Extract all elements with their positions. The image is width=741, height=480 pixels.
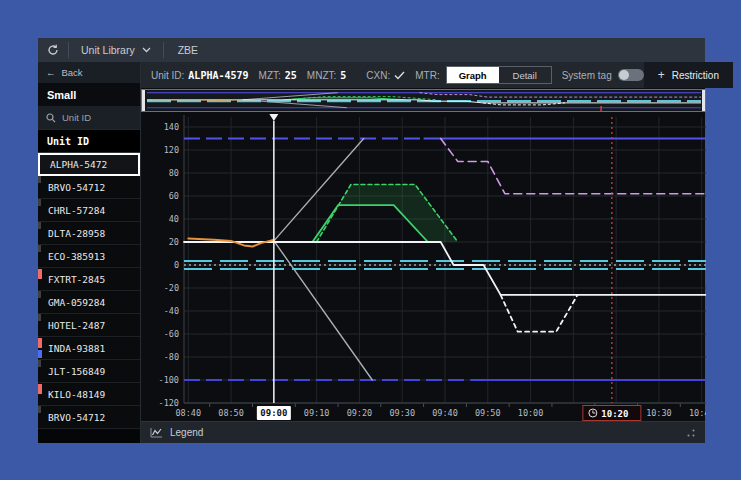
- unit-id-caption: Unit ID:: [151, 70, 184, 81]
- mzt-caption: MZT:: [259, 70, 281, 81]
- time-cursor[interactable]: 09:00: [257, 114, 291, 420]
- mtr-field: MTR:: [415, 70, 439, 81]
- mzt-value: 25: [285, 70, 297, 81]
- row-notch: [38, 291, 41, 298]
- unit-list-item[interactable]: ECO-385913: [38, 245, 140, 268]
- unit-list-item[interactable]: CHRL-57284: [38, 199, 140, 222]
- top-toolbar: Unit Library ZBE: [38, 38, 705, 62]
- search-placeholder: Unit ID: [62, 112, 91, 123]
- unit-search-input[interactable]: Unit ID: [38, 106, 140, 130]
- legend-label[interactable]: Legend: [170, 427, 203, 438]
- svg-text:09:00: 09:00: [260, 408, 287, 418]
- unit-list: ALPHA-5472BRVO-54712CHRL-57284DLTA-28958…: [38, 153, 140, 443]
- svg-text:-20: -20: [164, 283, 179, 293]
- svg-text:80: 80: [169, 168, 179, 178]
- unit-list-item[interactable]: GMA-059284: [38, 291, 140, 314]
- refresh-icon: [47, 44, 59, 56]
- back-arrow-icon: ←: [46, 67, 56, 78]
- svg-text:09:30: 09:30: [389, 408, 415, 418]
- unit-list-item[interactable]: FXTRT-2845: [38, 268, 140, 291]
- cxn-caption: CXN:: [366, 70, 390, 81]
- row-notch: [38, 314, 41, 321]
- sidebar-group-title: Small: [38, 83, 140, 106]
- resize-grip-icon[interactable]: [685, 427, 696, 438]
- cursor-handle-icon: [269, 114, 278, 121]
- svg-text:10:40: 10:40: [689, 408, 706, 418]
- system-tag-caption: System tag: [562, 70, 612, 81]
- search-icon: [46, 113, 56, 123]
- unit-id-label: GMA-059284: [48, 297, 105, 308]
- row-notch: [38, 406, 41, 413]
- unit-id-value: ALPHA-4579: [188, 70, 248, 81]
- unit-id-label: JLT-156849: [48, 366, 105, 377]
- app-window: Unit Library ZBE ← Back Small Unit ID Un…: [38, 38, 705, 443]
- unit-id-label: BRVO-54712: [48, 412, 105, 423]
- chart-canvas[interactable]: 140120806040200-20-40-60-80-100-12009:00…: [141, 113, 706, 423]
- series-plan-dip: [501, 295, 578, 332]
- minimap-canvas[interactable]: [141, 89, 706, 112]
- unit-list-item[interactable]: ALPHA-5472: [38, 153, 140, 176]
- minimap-handle-right[interactable]: [702, 90, 705, 111]
- svg-text:-120: -120: [159, 398, 179, 408]
- unit-id-label: FXTRT-2845: [48, 274, 105, 285]
- row-notch: [38, 199, 41, 206]
- cxn-field: CXN:: [366, 70, 405, 81]
- chart-minimap[interactable]: [141, 88, 705, 113]
- svg-text:-40: -40: [164, 306, 179, 316]
- mnzt-caption: MNZT:: [307, 70, 336, 81]
- view-mode-segmented-control: Graph Detail: [446, 66, 552, 84]
- tab-graph[interactable]: Graph: [447, 67, 499, 83]
- tab-detail[interactable]: Detail: [499, 67, 551, 83]
- alert-time-badge[interactable]: 10:20: [583, 406, 641, 421]
- svg-text:09:20: 09:20: [347, 408, 373, 418]
- svg-text:10:20: 10:20: [601, 409, 628, 419]
- unit-library-dropdown[interactable]: Unit Library: [69, 38, 163, 62]
- unit-id-label: ECO-385913: [48, 251, 105, 262]
- toggle-knob: [619, 70, 629, 80]
- back-label: Back: [62, 67, 83, 78]
- unit-id-label: KILO-48149: [48, 389, 105, 400]
- main-chart[interactable]: 140120806040200-20-40-60-80-100-12009:00…: [141, 113, 705, 421]
- svg-text:10:30: 10:30: [646, 408, 672, 418]
- svg-text:-60: -60: [164, 329, 179, 339]
- svg-text:-80: -80: [164, 352, 179, 362]
- unit-id-label: BRVO-54712: [48, 182, 105, 193]
- unit-list-item[interactable]: INDA-93881: [38, 337, 140, 360]
- red-status-marker: [38, 338, 42, 348]
- unit-id-label: DLTA-28958: [48, 228, 105, 239]
- plus-icon: +: [658, 68, 665, 82]
- unit-list-item[interactable]: HOTEL-2487: [38, 314, 140, 337]
- unit-list-item[interactable]: BRVO-54712: [38, 176, 140, 199]
- row-notch: [38, 222, 41, 229]
- svg-text:-100: -100: [159, 375, 179, 385]
- svg-text:140: 140: [164, 122, 179, 132]
- unit-list-item[interactable]: KILO-48149: [38, 383, 140, 406]
- unit-list-item[interactable]: BRVO-54712: [38, 406, 140, 429]
- main-panel: Unit ID: ALPHA-4579 MZT: 25 MNZT: 5 CXN:: [140, 62, 705, 443]
- unit-list-item[interactable]: DLTA-28958: [38, 222, 140, 245]
- mnzt-field: MNZT: 5: [307, 70, 346, 81]
- tab-zbe[interactable]: ZBE: [164, 38, 212, 62]
- svg-text:08:40: 08:40: [175, 408, 201, 418]
- unit-id-field: Unit ID: ALPHA-4579: [151, 70, 249, 81]
- mnzt-value: 5: [340, 70, 346, 81]
- line-chart-icon: [150, 427, 163, 438]
- svg-text:40: 40: [169, 214, 179, 224]
- unit-id-label: INDA-93881: [48, 343, 105, 354]
- unit-list-item[interactable]: JLT-156849: [38, 360, 140, 383]
- legend-bar: Legend: [141, 421, 705, 443]
- svg-text:20: 20: [169, 237, 179, 247]
- red-status-marker: [38, 384, 42, 394]
- svg-text:60: 60: [169, 191, 179, 201]
- unit-id-label: CHRL-57284: [48, 205, 105, 216]
- svg-text:09:50: 09:50: [475, 408, 501, 418]
- minimap-handle-left[interactable]: [142, 90, 145, 111]
- system-tag-toggle[interactable]: [618, 69, 644, 81]
- unit-id-label: HOTEL-2487: [48, 320, 105, 331]
- add-restriction-button[interactable]: + Restriction: [644, 62, 733, 88]
- row-notch: [38, 360, 41, 367]
- svg-text:09:10: 09:10: [304, 408, 330, 418]
- refresh-button[interactable]: [38, 38, 68, 62]
- unit-library-label: Unit Library: [81, 44, 135, 56]
- back-button[interactable]: ← Back: [38, 62, 140, 83]
